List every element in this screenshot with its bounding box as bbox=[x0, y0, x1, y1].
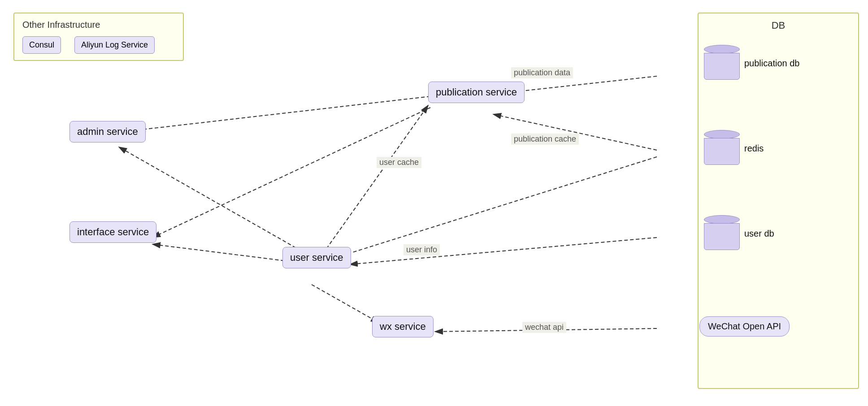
wechat-api-label: wechat api bbox=[522, 322, 566, 333]
user-db: user db bbox=[704, 215, 740, 250]
user-service-box: user service bbox=[282, 247, 351, 268]
svg-line-3 bbox=[152, 244, 296, 262]
wechat-api-box: WeChat Open API bbox=[699, 316, 790, 337]
interface-service-box: interface service bbox=[69, 221, 156, 243]
svg-line-4 bbox=[312, 285, 379, 323]
user-cache-label: user cache bbox=[377, 157, 421, 168]
publication-service-box: publication service bbox=[428, 82, 525, 103]
admin-service-box: admin service bbox=[69, 121, 146, 143]
svg-line-9 bbox=[350, 157, 657, 253]
svg-line-6 bbox=[152, 108, 430, 238]
publication-db: publication db bbox=[704, 45, 740, 80]
svg-line-10 bbox=[350, 238, 657, 264]
diagram-container: Other Infrastructure Consul Aliyun Log S… bbox=[0, 0, 868, 406]
user-info-label: user info bbox=[404, 244, 440, 255]
wx-service-box: wx service bbox=[372, 316, 434, 337]
publication-cache-label: publication cache bbox=[511, 134, 579, 145]
svg-line-8 bbox=[493, 114, 657, 150]
svg-line-1 bbox=[326, 105, 428, 249]
publication-data-label: publication data bbox=[511, 67, 573, 78]
redis-db: redis bbox=[704, 130, 740, 165]
svg-line-5 bbox=[119, 96, 430, 132]
